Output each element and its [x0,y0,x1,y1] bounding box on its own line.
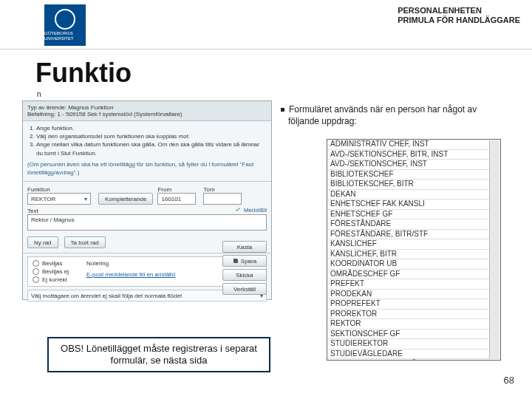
complement-button[interactable]: Kompletterande [98,193,153,205]
function-label: Funktion [27,186,94,193]
flow-label: Välj mottagare om ärendet ej skall följa… [31,293,182,299]
from-label: From [157,186,199,193]
function-value: REKTOR [31,196,55,202]
chevron-down-icon: ▾ [84,196,87,202]
execute-button[interactable]: Verkställ [222,283,267,295]
role-item[interactable]: BIBLIOTEKSCHEF, BITR [327,179,500,189]
scrollbar[interactable] [489,140,499,359]
form-instructions: Ange funktion. Välj den organisationsdel… [23,121,271,180]
save-label: Spara [241,258,256,265]
from-input[interactable]: 160101 [157,193,196,205]
role-item[interactable]: OMRÅDESCHEF GF [327,269,500,279]
role-item[interactable]: PREFEKT [327,279,500,289]
attachment-indicator[interactable]: Medd/Bil [234,206,267,214]
bullet-block: Formuläret används när en person har någ… [281,103,510,127]
role-item[interactable]: STUDIEREKTOR [327,338,500,349]
role-item[interactable]: DEKAN [327,189,500,200]
role-item[interactable]: PROREKTOR [327,309,500,319]
from-value: 160101 [161,196,181,202]
check-icon [234,206,242,214]
grant-no-radio[interactable]: Beviljas ej [33,268,69,275]
divider [23,181,271,182]
tom-label: Tom [203,186,245,193]
role-item[interactable]: BIBLIOTEKSCHEF [327,169,500,180]
text-input[interactable]: Rektor / Magnus [27,214,267,231]
discard-button[interactable]: Kasta [222,241,267,253]
role-item[interactable]: AVD-/SEKTIONSCHEF, BITR, INST [327,149,500,160]
bullet-text: Formuläret används när en person har någ… [288,104,477,126]
note-box: OBS! Lönetillägget måste registreras i s… [47,337,270,372]
role-item[interactable]: SEKTIONSCHEF GF [327,329,500,339]
radio-label: Ej korrekt [42,276,67,283]
role-list[interactable]: ADMINISTRATIV CHEF, INSTAVD-/SEKTIONSCHE… [327,139,501,361]
role-item[interactable]: KOORDINATOR UB [327,259,500,269]
form-header: Typ av ärende: Magnus Funktion Befattnin… [23,101,271,121]
page-number: 68 [504,375,514,386]
save-icon [233,258,239,264]
tom-input[interactable] [203,193,242,205]
role-item[interactable]: ENHETSCHEF FAK KANSLI [327,199,500,209]
role-item[interactable]: AVD-/SEKTIONSCHEF, INST [327,159,500,169]
header-line-1: PERSONALENHETEN [398,6,520,16]
instruction-aside: (Om personen även ska ha ett lönetillägg… [27,160,267,177]
position-line: Befattning: 1 - 509158 Sek f systemstöd … [27,111,267,117]
grant-yes-radio[interactable]: Beviljas [33,260,69,267]
role-item[interactable]: STUDIEVÄGLEDARE [327,349,500,359]
email-employee-link[interactable]: E-post meddelande till en anställd [86,271,175,278]
new-row-button[interactable]: Ny rad [27,236,58,248]
radio-label: Beviljas [42,260,63,267]
instruction-step: Ange funktion. [36,124,267,132]
role-item[interactable]: ADMINISTRATIV CHEF, INST [327,140,500,149]
role-item[interactable]: PRODEKAN [327,289,500,299]
send-button[interactable]: Skicka [222,269,267,281]
instruction-step: Ange mellan vilka datum funktionen ska g… [36,140,267,157]
note-text: OBS! Lönetillägget måste registreras i s… [53,343,265,367]
text-value: Rektor / Magnus [31,216,75,223]
role-item[interactable]: KANSLICHEF [327,239,500,249]
header-divider [0,49,532,50]
role-item[interactable]: FÖRESTÅNDARE [327,219,500,229]
attachment-label: Medd/Bil [244,207,267,214]
role-item[interactable]: UNIVERSITETSDIREKTÖR [327,358,500,361]
save-button[interactable]: Spara [222,255,267,267]
grant-incorrect-radio[interactable]: Ej korrekt [33,276,69,283]
logo-ring-icon [55,9,75,30]
radio-label: Beviljas ej [42,268,69,275]
case-type-line: Typ av ärende: Magnus Funktion [27,104,267,111]
page-title-sub: n [37,90,41,98]
role-item[interactable]: REKTOR [327,318,500,329]
role-item[interactable]: PROPREFEKT [327,299,500,309]
logo-label: GÖTEBORGS UNIVERSITET [44,31,86,41]
function-row: Funktion REKTOR ▾ Kompletterande From 16… [23,183,271,208]
form-screenshot: Typ av ärende: Magnus Funktion Befattnin… [22,100,272,300]
header-text: PERSONALENHETEN PRIMULA FÖR HANDLÄGGARE [398,6,520,25]
bullet-icon [281,108,284,112]
header-line-2: PRIMULA FÖR HANDLÄGGARE [398,16,520,25]
action-buttons: Kasta Spara Skicka Verkställ [222,241,267,295]
instruction-step: Välj den organisationsdel som funktionen… [36,132,267,140]
delete-row-button[interactable]: Ta bort rad [64,236,106,248]
role-item[interactable]: KANSLICHEF, BITR [327,249,500,259]
function-dropdown[interactable]: REKTOR ▾ [27,193,91,205]
role-item[interactable]: ENHETSCHEF GF [327,209,500,219]
page-title: Funktio [35,58,132,89]
role-item[interactable]: FÖRESTÅNDARE, BITR/STF [327,229,500,239]
university-logo: GÖTEBORGS UNIVERSITET [44,4,86,46]
